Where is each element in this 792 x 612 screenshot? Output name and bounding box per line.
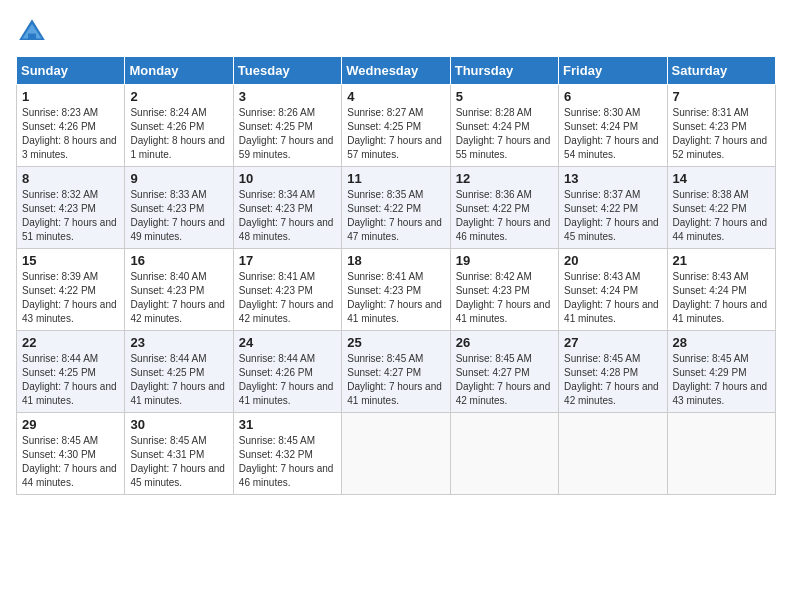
day-info: Sunrise: 8:45 AMSunset: 4:31 PMDaylight:…: [130, 434, 227, 490]
day-info: Sunrise: 8:42 AMSunset: 4:23 PMDaylight:…: [456, 270, 553, 326]
day-number: 11: [347, 171, 444, 186]
calendar-cell: 31 Sunrise: 8:45 AMSunset: 4:32 PMDaylig…: [233, 413, 341, 495]
calendar-cell: 24 Sunrise: 8:44 AMSunset: 4:26 PMDaylig…: [233, 331, 341, 413]
calendar-week-row: 8 Sunrise: 8:32 AMSunset: 4:23 PMDayligh…: [17, 167, 776, 249]
day-number: 14: [673, 171, 770, 186]
day-number: 2: [130, 89, 227, 104]
calendar-cell: 27 Sunrise: 8:45 AMSunset: 4:28 PMDaylig…: [559, 331, 667, 413]
calendar-table: SundayMondayTuesdayWednesdayThursdayFrid…: [16, 56, 776, 495]
day-number: 6: [564, 89, 661, 104]
day-number: 13: [564, 171, 661, 186]
page-header: [16, 16, 776, 48]
calendar-cell: 20 Sunrise: 8:43 AMSunset: 4:24 PMDaylig…: [559, 249, 667, 331]
day-number: 1: [22, 89, 119, 104]
day-number: 28: [673, 335, 770, 350]
day-number: 3: [239, 89, 336, 104]
calendar-header-saturday: Saturday: [667, 57, 775, 85]
day-info: Sunrise: 8:44 AMSunset: 4:25 PMDaylight:…: [22, 352, 119, 408]
calendar-cell: 22 Sunrise: 8:44 AMSunset: 4:25 PMDaylig…: [17, 331, 125, 413]
calendar-cell: [667, 413, 775, 495]
calendar-header-tuesday: Tuesday: [233, 57, 341, 85]
day-number: 4: [347, 89, 444, 104]
day-number: 17: [239, 253, 336, 268]
day-number: 15: [22, 253, 119, 268]
day-info: Sunrise: 8:41 AMSunset: 4:23 PMDaylight:…: [239, 270, 336, 326]
calendar-cell: 30 Sunrise: 8:45 AMSunset: 4:31 PMDaylig…: [125, 413, 233, 495]
calendar-cell: 28 Sunrise: 8:45 AMSunset: 4:29 PMDaylig…: [667, 331, 775, 413]
calendar-cell: 21 Sunrise: 8:43 AMSunset: 4:24 PMDaylig…: [667, 249, 775, 331]
day-number: 19: [456, 253, 553, 268]
calendar-cell: 6 Sunrise: 8:30 AMSunset: 4:24 PMDayligh…: [559, 85, 667, 167]
calendar-cell: 25 Sunrise: 8:45 AMSunset: 4:27 PMDaylig…: [342, 331, 450, 413]
calendar-cell: 11 Sunrise: 8:35 AMSunset: 4:22 PMDaylig…: [342, 167, 450, 249]
day-number: 5: [456, 89, 553, 104]
calendar-cell: 18 Sunrise: 8:41 AMSunset: 4:23 PMDaylig…: [342, 249, 450, 331]
calendar-cell: 1 Sunrise: 8:23 AMSunset: 4:26 PMDayligh…: [17, 85, 125, 167]
day-number: 12: [456, 171, 553, 186]
calendar-header-monday: Monday: [125, 57, 233, 85]
day-info: Sunrise: 8:43 AMSunset: 4:24 PMDaylight:…: [673, 270, 770, 326]
calendar-cell: 8 Sunrise: 8:32 AMSunset: 4:23 PMDayligh…: [17, 167, 125, 249]
day-number: 16: [130, 253, 227, 268]
calendar-cell: 15 Sunrise: 8:39 AMSunset: 4:22 PMDaylig…: [17, 249, 125, 331]
day-info: Sunrise: 8:31 AMSunset: 4:23 PMDaylight:…: [673, 106, 770, 162]
calendar-cell: [559, 413, 667, 495]
svg-rect-2: [28, 34, 36, 40]
day-number: 10: [239, 171, 336, 186]
day-info: Sunrise: 8:28 AMSunset: 4:24 PMDaylight:…: [456, 106, 553, 162]
calendar-cell: 14 Sunrise: 8:38 AMSunset: 4:22 PMDaylig…: [667, 167, 775, 249]
calendar-cell: 4 Sunrise: 8:27 AMSunset: 4:25 PMDayligh…: [342, 85, 450, 167]
logo: [16, 16, 52, 48]
calendar-cell: 7 Sunrise: 8:31 AMSunset: 4:23 PMDayligh…: [667, 85, 775, 167]
day-info: Sunrise: 8:23 AMSunset: 4:26 PMDaylight:…: [22, 106, 119, 162]
calendar-week-row: 1 Sunrise: 8:23 AMSunset: 4:26 PMDayligh…: [17, 85, 776, 167]
day-info: Sunrise: 8:27 AMSunset: 4:25 PMDaylight:…: [347, 106, 444, 162]
calendar-cell: 16 Sunrise: 8:40 AMSunset: 4:23 PMDaylig…: [125, 249, 233, 331]
calendar-header-row: SundayMondayTuesdayWednesdayThursdayFrid…: [17, 57, 776, 85]
day-number: 29: [22, 417, 119, 432]
day-number: 23: [130, 335, 227, 350]
day-info: Sunrise: 8:35 AMSunset: 4:22 PMDaylight:…: [347, 188, 444, 244]
day-info: Sunrise: 8:30 AMSunset: 4:24 PMDaylight:…: [564, 106, 661, 162]
calendar-cell: 5 Sunrise: 8:28 AMSunset: 4:24 PMDayligh…: [450, 85, 558, 167]
calendar-header-wednesday: Wednesday: [342, 57, 450, 85]
calendar-cell: 3 Sunrise: 8:26 AMSunset: 4:25 PMDayligh…: [233, 85, 341, 167]
calendar-cell: 13 Sunrise: 8:37 AMSunset: 4:22 PMDaylig…: [559, 167, 667, 249]
day-info: Sunrise: 8:26 AMSunset: 4:25 PMDaylight:…: [239, 106, 336, 162]
day-info: Sunrise: 8:32 AMSunset: 4:23 PMDaylight:…: [22, 188, 119, 244]
day-info: Sunrise: 8:39 AMSunset: 4:22 PMDaylight:…: [22, 270, 119, 326]
calendar-week-row: 22 Sunrise: 8:44 AMSunset: 4:25 PMDaylig…: [17, 331, 776, 413]
day-info: Sunrise: 8:36 AMSunset: 4:22 PMDaylight:…: [456, 188, 553, 244]
day-number: 22: [22, 335, 119, 350]
calendar-cell: 2 Sunrise: 8:24 AMSunset: 4:26 PMDayligh…: [125, 85, 233, 167]
day-number: 27: [564, 335, 661, 350]
day-number: 7: [673, 89, 770, 104]
day-info: Sunrise: 8:45 AMSunset: 4:32 PMDaylight:…: [239, 434, 336, 490]
day-info: Sunrise: 8:24 AMSunset: 4:26 PMDaylight:…: [130, 106, 227, 162]
day-number: 20: [564, 253, 661, 268]
day-info: Sunrise: 8:44 AMSunset: 4:26 PMDaylight:…: [239, 352, 336, 408]
day-info: Sunrise: 8:45 AMSunset: 4:30 PMDaylight:…: [22, 434, 119, 490]
calendar-cell: 9 Sunrise: 8:33 AMSunset: 4:23 PMDayligh…: [125, 167, 233, 249]
day-info: Sunrise: 8:34 AMSunset: 4:23 PMDaylight:…: [239, 188, 336, 244]
calendar-cell: [342, 413, 450, 495]
day-number: 21: [673, 253, 770, 268]
calendar-cell: 26 Sunrise: 8:45 AMSunset: 4:27 PMDaylig…: [450, 331, 558, 413]
day-info: Sunrise: 8:43 AMSunset: 4:24 PMDaylight:…: [564, 270, 661, 326]
day-info: Sunrise: 8:45 AMSunset: 4:28 PMDaylight:…: [564, 352, 661, 408]
day-number: 18: [347, 253, 444, 268]
calendar-cell: 12 Sunrise: 8:36 AMSunset: 4:22 PMDaylig…: [450, 167, 558, 249]
day-info: Sunrise: 8:33 AMSunset: 4:23 PMDaylight:…: [130, 188, 227, 244]
day-info: Sunrise: 8:38 AMSunset: 4:22 PMDaylight:…: [673, 188, 770, 244]
calendar-cell: 17 Sunrise: 8:41 AMSunset: 4:23 PMDaylig…: [233, 249, 341, 331]
calendar-header-thursday: Thursday: [450, 57, 558, 85]
day-number: 26: [456, 335, 553, 350]
calendar-week-row: 29 Sunrise: 8:45 AMSunset: 4:30 PMDaylig…: [17, 413, 776, 495]
day-info: Sunrise: 8:45 AMSunset: 4:29 PMDaylight:…: [673, 352, 770, 408]
day-number: 8: [22, 171, 119, 186]
day-info: Sunrise: 8:45 AMSunset: 4:27 PMDaylight:…: [456, 352, 553, 408]
day-number: 24: [239, 335, 336, 350]
day-number: 9: [130, 171, 227, 186]
calendar-cell: 23 Sunrise: 8:44 AMSunset: 4:25 PMDaylig…: [125, 331, 233, 413]
day-info: Sunrise: 8:40 AMSunset: 4:23 PMDaylight:…: [130, 270, 227, 326]
